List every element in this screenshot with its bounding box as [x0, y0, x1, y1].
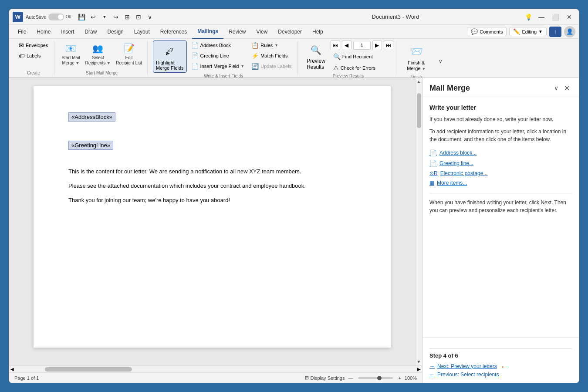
address-block-field[interactable]: «AddressBlock» [68, 112, 115, 122]
tab-layout[interactable]: Layout [129, 25, 155, 39]
panel-collapse-button[interactable]: ∨ [551, 83, 561, 93]
panel-title: Mail Merge [429, 84, 551, 93]
nav-page-input[interactable] [353, 41, 371, 50]
step-footer-divider [429, 348, 572, 349]
doc-paragraph-2[interactable]: Please see the attached documentation wh… [68, 182, 356, 191]
match-fields-button[interactable]: ⚡ Match Fields [249, 51, 294, 61]
scroll-down-arrow[interactable]: ▼ [416, 358, 422, 365]
editing-button[interactable]: ✏️ Editing ▼ [509, 27, 547, 36]
nav-prev-button[interactable]: ◀ [342, 41, 351, 50]
preview-results-button[interactable]: 🔍 PreviewResults [303, 41, 329, 72]
redo-icon[interactable]: ↪ [111, 12, 121, 22]
nav-next-button[interactable]: ▶ [372, 41, 382, 50]
ribbon-expand-icon[interactable]: ∨ [436, 56, 446, 67]
highlight-label: HighlightMerge Fields [156, 60, 184, 71]
more-items-link[interactable]: ▦ More items... [429, 178, 572, 188]
group-preview: 🔍 PreviewResults ⏮ ◀ ▶ ⏭ 🔍 [300, 41, 397, 75]
match-fields-label: Match Fields [260, 53, 287, 58]
step-next-button[interactable]: → Next: Preview your letters [429, 363, 497, 369]
share-button[interactable]: ↑ [549, 27, 561, 37]
tab-draw[interactable]: Draw [79, 25, 102, 39]
address-block-link[interactable]: 📄 Address block... [429, 148, 572, 158]
tab-review[interactable]: Review [223, 25, 251, 39]
greeting-line-button[interactable]: 📄 Greeting Line [189, 51, 247, 61]
scroll-thumb-horizontal[interactable] [45, 367, 132, 372]
tab-view[interactable]: View [251, 25, 273, 39]
comments-button[interactable]: 💬 Comments [467, 27, 507, 36]
doc-scroll-area[interactable]: «AddressBlock» «GreetingLine» This is th… [9, 78, 415, 365]
tab-design[interactable]: Design [102, 25, 128, 39]
update-labels-button[interactable]: 🔄 Update Labels [249, 61, 294, 71]
insert-merge-field-button[interactable]: 📄 Insert Merge Field ▼ [189, 61, 247, 71]
group-wi-items: 🖊 HighlightMerge Fields 📄 Address Block … [153, 41, 294, 73]
save-icon[interactable]: 💾 [77, 12, 87, 22]
undo-icon[interactable]: ↩ [88, 12, 98, 22]
display-settings-icon: ⊞ [305, 375, 309, 381]
scroll-thumb-vertical[interactable] [417, 93, 421, 128]
tab-help[interactable]: Help [307, 25, 328, 39]
ribbon-tabs: File Home Insert Draw Design Layout Refe… [9, 25, 579, 39]
greeting-line-link[interactable]: 📄 Greeting line... [429, 158, 572, 169]
tab-insert[interactable]: Insert [56, 25, 79, 39]
group-write-insert: 🖊 HighlightMerge Fields 📄 Address Block … [149, 41, 298, 75]
nav-last-button[interactable]: ⏭ [384, 41, 393, 50]
electronic-postage-label: Electronic postage... [440, 170, 488, 176]
doc-paragraph-3[interactable]: Thank you for joining our team; we're ha… [68, 196, 356, 205]
scroll-left-arrow[interactable]: ◀ [9, 366, 15, 372]
table-icon[interactable]: ⊞ [122, 12, 132, 22]
display-settings-button[interactable]: ⊞ Display Settings [305, 375, 345, 381]
envelopes-button[interactable]: ✉ Envelopes [16, 41, 51, 50]
word-window: W AutoSave Off 💾 ↩ ▼ ↪ ⊞ ⊡ ∨ Document3 -… [9, 9, 579, 383]
doc-paragraph-1[interactable]: This is the content for our letter. We a… [68, 167, 356, 176]
finish-merge-button[interactable]: 📨 Finish &Merge ▼ [403, 41, 429, 74]
find-recipient-button[interactable]: 🔍 Find Recipient [331, 52, 393, 61]
tab-mailings[interactable]: Mailings [192, 25, 223, 39]
nav-first-button[interactable]: ⏮ [331, 41, 340, 50]
panel-close-button[interactable]: ✕ [561, 83, 572, 93]
profile-button[interactable]: 👤 [564, 26, 575, 37]
envelope-icon: ✉ [19, 42, 24, 49]
step-next-row: → Next: Preview your letters ← [429, 362, 572, 372]
zoom-level: 100% [405, 375, 417, 381]
doc-page[interactable]: «AddressBlock» «GreetingLine» This is th… [34, 86, 391, 348]
scroll-right-arrow[interactable]: ▶ [416, 366, 422, 372]
display-settings-label: Display Settings [311, 375, 345, 381]
select-recipients-button[interactable]: 👥 SelectRecipients ▼ [84, 41, 112, 67]
check-errors-icon: ⚠ [333, 64, 339, 71]
step-label: Step 4 of 6 [429, 352, 572, 359]
check-for-errors-button[interactable]: ⚠ Check for Errors [331, 63, 393, 73]
scroll-up-arrow[interactable]: ▲ [416, 78, 422, 84]
layout-icon[interactable]: ⊡ [133, 12, 144, 22]
tab-file[interactable]: File [13, 25, 31, 39]
labels-button[interactable]: 🏷 Labels [16, 51, 51, 61]
tab-references[interactable]: References [155, 25, 192, 39]
minimize-button[interactable]: — [535, 11, 547, 23]
zoom-minus-icon[interactable]: — [348, 375, 353, 381]
electronic-postage-link[interactable]: ⊙R Electronic postage... [429, 169, 572, 178]
undo-dropdown[interactable]: ▼ [99, 12, 110, 22]
maximize-button[interactable]: ⬜ [549, 11, 561, 23]
highlight-merge-fields-button[interactable]: 🖊 HighlightMerge Fields [153, 41, 187, 73]
insert-merge-dropdown: ▼ [240, 64, 244, 68]
more-icon[interactable]: ∨ [145, 12, 155, 22]
tab-developer[interactable]: Developer [273, 25, 307, 39]
start-mail-merge-button[interactable]: 📧 Start MailMerge ▼ [60, 41, 81, 67]
zoom-slider[interactable] [358, 377, 393, 379]
title-bar-right: 💡 — ⬜ ✕ [523, 11, 575, 23]
greeting-line-field[interactable]: «GreetingLine» [68, 141, 113, 150]
address-block-button[interactable]: 📄 Address Block [189, 41, 247, 50]
horizontal-scrollbar[interactable]: ◀ ▶ [9, 365, 422, 372]
vertical-scrollbar[interactable]: ▲ ▼ [415, 78, 422, 365]
preview-results-label: PreviewResults [307, 58, 325, 70]
lightbulb-icon[interactable]: 💡 [523, 12, 534, 22]
step-prev-button[interactable]: ← Previous: Select recipients [429, 372, 572, 378]
close-button[interactable]: ✕ [563, 11, 575, 23]
group-preview-items: 🔍 PreviewResults ⏮ ◀ ▶ ⏭ 🔍 [303, 41, 393, 73]
group-create-items: ✉ Envelopes 🏷 Labels [16, 41, 51, 70]
zoom-plus-icon[interactable]: + [398, 375, 401, 381]
rules-button[interactable]: 📋 Rules ▼ [249, 41, 294, 50]
tab-home[interactable]: Home [31, 25, 56, 39]
insert-merge-icon: 📄 [191, 63, 199, 70]
autosave-toggle[interactable] [48, 14, 64, 20]
edit-recipient-list-button[interactable]: 📝 EditRecipient List [114, 41, 144, 67]
